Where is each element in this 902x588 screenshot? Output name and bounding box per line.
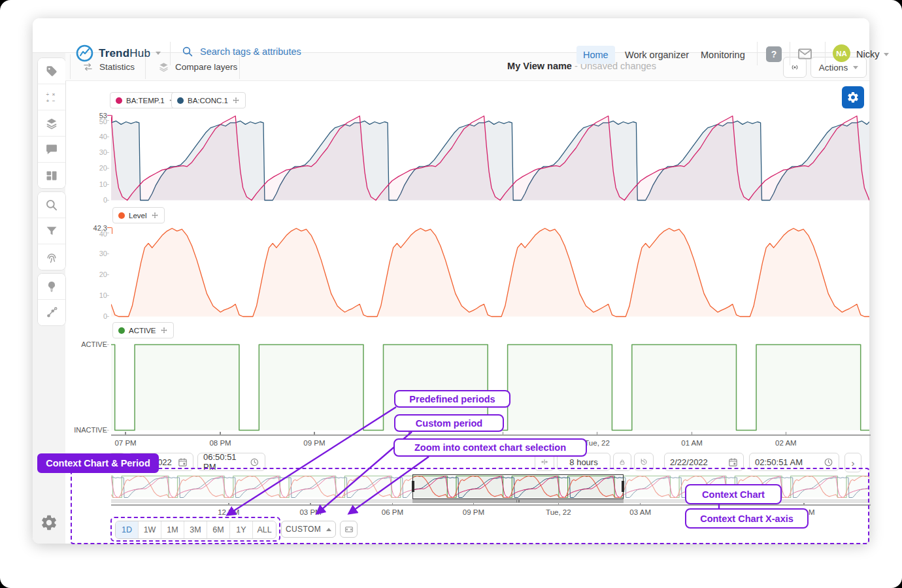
tag-icon — [45, 65, 58, 78]
move-icon — [232, 97, 240, 105]
period-6m-button[interactable]: 6M — [207, 521, 230, 538]
custom-period-button[interactable]: CUSTOM — [281, 521, 336, 538]
impact-graph-icon — [45, 306, 58, 319]
sidebar-button-recommendations[interactable] — [38, 274, 65, 300]
custom-period-label: CUSTOM — [286, 525, 321, 534]
y-axis-tick — [106, 274, 109, 275]
sidebar-group-data: ÷ × + − — [37, 57, 66, 189]
period-1m-button[interactable]: 1M — [161, 521, 184, 538]
tab-work-organizer[interactable]: Work organizer — [618, 46, 695, 64]
sidebar-button-comments[interactable] — [38, 137, 65, 163]
y-axis-tick — [106, 152, 109, 153]
avatar[interactable]: NA — [833, 44, 850, 62]
x-axis-tick-label: 03 AM — [618, 508, 663, 516]
end-date-value: 2/22/2022 — [670, 457, 708, 467]
lock-duration-button[interactable] — [613, 453, 631, 471]
callout-predefined-periods: Predefined periods — [394, 390, 510, 408]
comment-icon — [45, 143, 58, 156]
period-3m-button[interactable]: 3M — [184, 521, 207, 538]
svg-text:÷: ÷ — [46, 91, 49, 97]
legend-ba-conc[interactable]: BA:CONC.1 — [171, 92, 246, 108]
x-axis-tick-label: 06 PM — [369, 508, 415, 516]
series-color-dot — [116, 97, 122, 104]
x-axis-tick-label: 03 PM — [288, 508, 333, 516]
series-color-dot — [177, 97, 184, 104]
context-fade-left — [111, 474, 412, 499]
chart-settings-button[interactable] — [842, 86, 864, 108]
svg-text:−: − — [52, 97, 56, 103]
divider — [825, 42, 826, 65]
end-time-input[interactable]: 02:50:51 AM — [749, 453, 839, 471]
chevron-down-icon — [156, 52, 161, 55]
legend-level[interactable]: Level — [112, 207, 165, 223]
legend-label: Level — [129, 212, 147, 220]
start-time-input[interactable]: 06:50:51 PM — [197, 453, 265, 471]
callout-custom-period: Custom period — [394, 414, 504, 432]
tab-monitoring[interactable]: Monitoring — [694, 46, 752, 64]
chevron-up-icon — [326, 528, 331, 531]
sidebar-button-settings[interactable] — [40, 514, 58, 534]
sidebar-button-calculations[interactable]: ÷ × + − — [38, 84, 65, 110]
clock-icon — [250, 457, 259, 467]
main-x-axis-line — [111, 434, 871, 436]
statistics-label: Statistics — [99, 62, 135, 72]
context-scroll-thumb[interactable] — [412, 499, 624, 503]
divider — [170, 42, 171, 65]
mail-button[interactable] — [797, 48, 812, 63]
end-time-value: 02:50:51 AM — [755, 457, 803, 467]
period-1d-button[interactable]: 1D — [116, 521, 139, 538]
temp-conc-chart-plot[interactable] — [111, 115, 869, 201]
help-button[interactable]: ? — [766, 46, 782, 62]
search-placeholder: Search tags & attributes — [200, 46, 301, 57]
start-time-value: 06:50:51 PM — [203, 452, 250, 472]
sidebar-button-dashboard[interactable] — [38, 163, 65, 188]
y-axis-tick-label: 30 — [69, 250, 107, 257]
sidebar-button-fingerprint[interactable] — [38, 244, 65, 270]
period-1w-button[interactable]: 1W — [139, 521, 161, 538]
context-selection-box[interactable] — [412, 474, 624, 499]
legend-active[interactable]: ACTIVE — [112, 322, 174, 338]
y-axis-tick — [106, 200, 109, 201]
calendar-icon — [178, 457, 188, 467]
x-axis-tick-label: 12 PM — [206, 508, 252, 516]
x-axis-tick-label: 08 PM — [197, 439, 243, 447]
y-axis-tick-label: 30 — [69, 148, 107, 156]
y-axis-tick-label: 0 — [69, 196, 107, 204]
settings-gear-icon — [40, 514, 58, 532]
reset-period-button[interactable] — [634, 453, 654, 471]
move-icon — [151, 212, 159, 220]
envelope-icon — [797, 48, 812, 60]
layers-icon — [158, 61, 169, 73]
chevron-down-icon — [853, 66, 858, 69]
gear-icon — [846, 91, 860, 104]
trendhub-logo-icon — [76, 44, 93, 62]
end-date-input[interactable]: 2/22/2022 — [664, 453, 744, 471]
sidebar-button-impact-analysis[interactable] — [38, 300, 65, 325]
legend-label: BA:TEMP.1 — [126, 97, 165, 105]
selection-handle-right[interactable] — [622, 481, 624, 492]
shift-forward-button[interactable]: › — [844, 453, 861, 472]
selection-handle-left[interactable] — [412, 481, 414, 492]
period-all-button[interactable]: ALL — [253, 521, 276, 538]
divider — [239, 54, 240, 79]
svg-text:×: × — [52, 91, 56, 97]
search-input[interactable]: Search tags & attributes — [182, 46, 301, 57]
sidebar-button-tags[interactable] — [38, 58, 65, 84]
app-logo[interactable]: TrendHub — [76, 44, 161, 62]
zoom-to-selection-button[interactable] — [340, 521, 358, 538]
sidebar-button-filter[interactable] — [38, 218, 65, 244]
level-chart-plot[interactable] — [111, 227, 869, 318]
callout-context-chart: Context Chart — [685, 484, 782, 504]
sidebar-button-search[interactable] — [38, 192, 65, 218]
user-menu[interactable]: Nicky — [856, 49, 889, 59]
x-axis-tick-label: 02 AM — [763, 439, 809, 447]
period-1y-button[interactable]: 1Y — [230, 521, 253, 538]
svg-text:+: + — [46, 97, 50, 103]
x-axis-tick-label: 01 AM — [669, 439, 715, 447]
sidebar-button-layers[interactable] — [38, 110, 65, 137]
top-bar: TrendHub Search tags & attributes Home W… — [33, 18, 869, 53]
swap-arrows-icon — [82, 62, 93, 72]
fingerprint-icon — [45, 251, 58, 264]
y-axis-tick — [106, 253, 109, 254]
tab-home[interactable]: Home — [576, 46, 615, 64]
